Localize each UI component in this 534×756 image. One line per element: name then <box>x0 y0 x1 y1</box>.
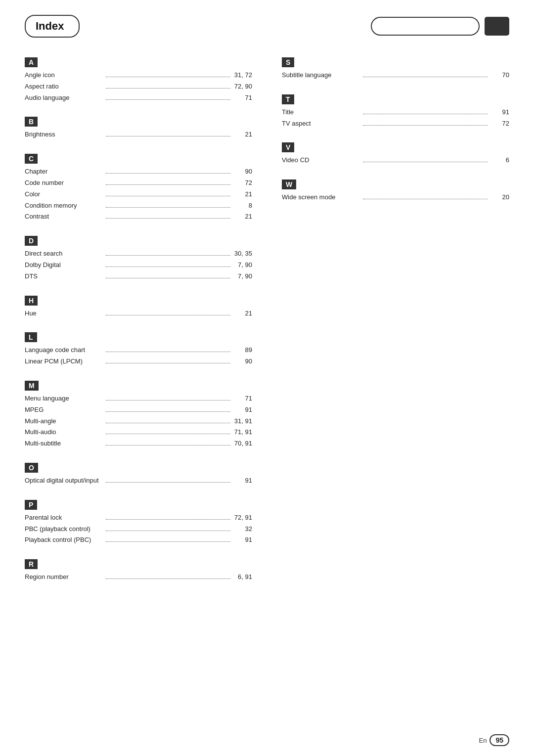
entry-page: 72 <box>490 119 509 129</box>
section-m: MMenu language71MPEG91Multi-angle31, 91M… <box>25 381 252 449</box>
index-entry: Video CD6 <box>282 155 509 166</box>
entry-label: Chapter <box>25 167 104 177</box>
entry-label: Parental lock <box>25 513 104 523</box>
entry-label: Audio language <box>25 93 104 103</box>
index-entry: Region number6, 91 <box>25 572 252 582</box>
section-letter-d: D <box>25 236 38 246</box>
entry-page: 7, 90 <box>232 260 252 270</box>
section-letter-s: S <box>282 57 294 67</box>
section-letter-b: B <box>25 117 38 127</box>
entry-label: Aspect ratio <box>25 82 104 92</box>
entry-dots <box>106 519 230 520</box>
entry-dots <box>106 363 230 363</box>
content-columns: AAngle icon31, 72Aspect ratio72, 90Audio… <box>25 57 509 596</box>
index-entry: Contrast21 <box>25 212 252 222</box>
section-letter-p: P <box>25 500 37 510</box>
entry-dots <box>106 400 230 400</box>
entry-dots <box>363 162 488 162</box>
entry-page: 6 <box>490 155 509 166</box>
entry-dots <box>106 445 230 445</box>
index-entry: Language code chart89 <box>25 345 252 356</box>
entry-page: 70, 91 <box>232 439 252 449</box>
section-letter-t: T <box>282 94 294 104</box>
index-entry: Audio language71 <box>25 93 252 103</box>
entry-dots <box>363 77 488 77</box>
entry-label: DTS <box>25 271 104 282</box>
entry-page: 30, 35 <box>232 249 252 259</box>
page: Index AAngle icon31, 72Aspect ratio72, 9… <box>0 0 534 756</box>
entry-page: 91 <box>232 535 252 545</box>
entry-label: Language code chart <box>25 345 104 356</box>
entry-label: Region number <box>25 572 104 582</box>
index-entry: Angle icon31, 72 <box>25 70 252 81</box>
section-letter-c: C <box>25 154 38 164</box>
entry-dots <box>106 531 230 531</box>
footer-lang: En <box>479 737 487 744</box>
footer-page-number: 95 <box>490 734 509 746</box>
index-entry: Parental lock72, 91 <box>25 513 252 523</box>
index-entry: Menu language71 <box>25 394 252 404</box>
section-p: PParental lock72, 91PBC (playback contro… <box>25 500 252 545</box>
index-entry: Optical digital output/input91 <box>25 476 252 486</box>
footer: En 95 <box>479 734 509 746</box>
entry-page: 20 <box>490 192 509 203</box>
entry-label: TV aspect <box>282 119 361 129</box>
section-a: AAngle icon31, 72Aspect ratio72, 90Audio… <box>25 57 252 103</box>
section-letter-a: A <box>25 57 38 67</box>
left-column: AAngle icon31, 72Aspect ratio72, 90Audio… <box>25 57 267 596</box>
section-letter-m: M <box>25 381 39 391</box>
index-entry: DTS7, 90 <box>25 271 252 282</box>
entry-label: Brightness <box>25 130 104 140</box>
entry-dots <box>106 352 230 352</box>
section-letter-l: L <box>25 332 37 342</box>
header: Index <box>25 15 509 38</box>
index-entry: Color21 <box>25 189 252 200</box>
entry-page: 89 <box>232 345 252 356</box>
entry-page: 71 <box>232 93 252 103</box>
index-entry: Hue21 <box>25 309 252 319</box>
entry-page: 8 <box>232 201 252 211</box>
right-column: SSubtitle language70TTitle91TV aspect72V… <box>267 57 509 596</box>
entry-dots <box>106 173 230 174</box>
index-entry: PBC (playback control)32 <box>25 524 252 534</box>
entry-dots <box>106 196 230 196</box>
entry-page: 71, 91 <box>232 427 252 438</box>
entry-label: Condition memory <box>25 201 104 211</box>
entry-label: Direct search <box>25 249 104 259</box>
entry-label: MPEG <box>25 405 104 415</box>
section-v: VVideo CD6 <box>282 142 509 166</box>
section-l: LLanguage code chart89Linear PCM (LPCM)9… <box>25 332 252 367</box>
entry-dots <box>363 199 488 199</box>
entry-page: 7, 90 <box>232 271 252 282</box>
entry-page: 70 <box>490 70 509 81</box>
section-r: RRegion number6, 91 <box>25 559 252 582</box>
entry-dots <box>363 125 488 126</box>
dark-tab <box>485 17 509 36</box>
entry-page: 31, 72 <box>232 70 252 81</box>
index-entry: Multi-angle31, 91 <box>25 416 252 427</box>
section-t: TTitle91TV aspect72 <box>282 94 509 129</box>
entry-label: Subtitle language <box>282 70 361 81</box>
entry-page: 91 <box>232 405 252 415</box>
index-entry: Multi-audio71, 91 <box>25 427 252 438</box>
entry-dots <box>106 423 230 423</box>
entry-dots <box>106 77 230 77</box>
entry-dots <box>106 278 230 278</box>
entry-page: 72, 91 <box>232 513 252 523</box>
entry-label: Color <box>25 189 104 200</box>
section-letter-h: H <box>25 296 38 306</box>
index-entry: Title91 <box>282 107 509 118</box>
entry-label: Multi-subtitle <box>25 439 104 449</box>
header-right <box>371 17 509 36</box>
entry-label: Optical digital output/input <box>25 476 104 486</box>
section-h: HHue21 <box>25 296 252 319</box>
entry-page: 71 <box>232 394 252 404</box>
entry-label: Video CD <box>282 155 361 166</box>
section-b: BBrightness21 <box>25 117 252 140</box>
index-entry: Chapter90 <box>25 167 252 177</box>
index-entry: TV aspect72 <box>282 119 509 129</box>
entry-dots <box>106 411 230 412</box>
entry-dots <box>106 88 230 89</box>
entry-label: Contrast <box>25 212 104 222</box>
index-entry: Linear PCM (LPCM)90 <box>25 356 252 367</box>
